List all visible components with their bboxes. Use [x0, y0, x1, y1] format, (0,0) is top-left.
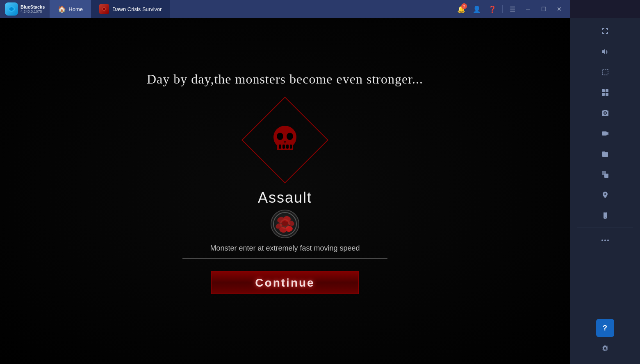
bluestacks-icon — [5, 2, 18, 16]
svg-point-5 — [287, 133, 293, 140]
game-tab[interactable]: Dawn Crisis Survivor — [91, 0, 170, 18]
volume-icon[interactable] — [596, 43, 614, 61]
notifications-button[interactable]: 🔔 2 — [454, 2, 469, 16]
notification-badge: 2 — [461, 3, 467, 9]
multi-instance-icon[interactable] — [596, 165, 614, 183]
svg-rect-8 — [282, 145, 285, 149]
assault-label: Assault — [258, 189, 312, 206]
hamburger-menu[interactable]: ☰ — [505, 2, 520, 16]
ability-svg — [273, 212, 297, 236]
phone-controls-icon[interactable] — [596, 206, 614, 224]
settings-icon[interactable] — [596, 339, 614, 357]
svg-rect-22 — [602, 69, 608, 75]
account-button[interactable]: 👤 — [469, 2, 484, 16]
titlebar-right-controls: 🔔 2 👤 ❓ ☰ ─ ☐ ✕ — [454, 2, 570, 16]
bluestacks-brand: BlueStacks — [20, 5, 45, 9]
svg-point-34 — [604, 240, 606, 241]
continue-button[interactable]: Continue — [211, 271, 359, 294]
game-area: Day by day,the monsters become even stro… — [0, 18, 570, 364]
bluestacks-version: 4.240.0.1075 — [20, 9, 45, 14]
continue-label: Continue — [255, 276, 314, 289]
back-icon[interactable] — [596, 360, 614, 364]
close-button[interactable]: ✕ — [552, 2, 567, 16]
game-tab-label: Dawn Crisis Survivor — [112, 6, 162, 12]
main-heading: Day by day,the monsters become even stro… — [147, 72, 423, 87]
right-sidebar: ? — [570, 18, 640, 364]
svg-rect-10 — [290, 145, 292, 149]
svg-rect-27 — [602, 131, 607, 136]
home-tab-label: Home — [68, 6, 83, 12]
game-content: Day by day,the monsters become even stro… — [0, 18, 570, 364]
svg-point-4 — [277, 133, 283, 140]
home-tab[interactable]: 🏠 Home — [50, 0, 91, 18]
help-icon[interactable]: ? — [596, 319, 614, 337]
svg-rect-23 — [602, 89, 605, 92]
dotted-selection-icon[interactable] — [596, 63, 614, 81]
divider — [502, 5, 503, 13]
help-glyph: ? — [603, 324, 607, 332]
bluestacks-logo: BlueStacks 4.240.0.1075 — [0, 2, 50, 16]
maximize-button[interactable]: ☐ — [536, 2, 551, 16]
description-text: Monster enter at extremely fast moving s… — [182, 244, 387, 259]
sidebar-divider-1 — [577, 228, 633, 228]
minimize-button[interactable]: ─ — [521, 2, 535, 16]
svg-rect-32 — [604, 213, 606, 213]
ability-icon — [271, 210, 299, 238]
more-options-icon[interactable] — [596, 231, 614, 249]
file-manager-icon[interactable] — [596, 145, 614, 163]
svg-rect-7 — [279, 145, 281, 149]
skull-icon — [266, 122, 303, 158]
svg-rect-26 — [606, 93, 608, 96]
help-button[interactable]: ❓ — [485, 2, 500, 16]
titlebar: BlueStacks 4.240.0.1075 🏠 Home Dawn Cris… — [0, 0, 570, 18]
svg-point-31 — [605, 217, 606, 218]
game-thumbnail — [99, 4, 109, 14]
svg-rect-29 — [604, 174, 608, 178]
svg-rect-9 — [286, 145, 289, 149]
svg-point-2 — [103, 8, 105, 10]
main-layout: Day by day,the monsters become even stro… — [0, 18, 640, 364]
screenshot-icon[interactable] — [596, 104, 614, 122]
record-video-icon[interactable] — [596, 124, 614, 142]
svg-point-35 — [607, 240, 609, 241]
svg-point-33 — [601, 240, 603, 241]
skull-diamond — [244, 99, 326, 181]
fullscreen-icon[interactable] — [596, 22, 614, 40]
home-icon: 🏠 — [58, 5, 66, 13]
location-icon[interactable] — [596, 186, 614, 204]
svg-point-20 — [282, 220, 288, 226]
svg-rect-24 — [606, 89, 608, 92]
svg-rect-25 — [602, 93, 605, 96]
media-manager-icon[interactable] — [596, 84, 614, 102]
bluestacks-info: BlueStacks 4.240.0.1075 — [20, 5, 45, 14]
